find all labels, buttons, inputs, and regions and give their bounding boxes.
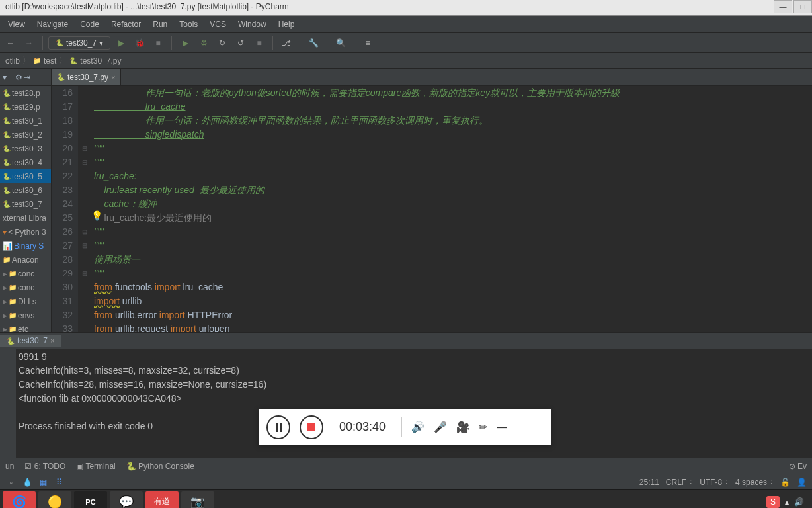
- event-log-tab[interactable]: ⊙ Ev: [789, 462, 807, 471]
- close-icon[interactable]: ×: [50, 337, 54, 345]
- structure-button[interactable]: ≡: [360, 35, 376, 51]
- taskbar-app-camera[interactable]: 📷: [181, 491, 214, 509]
- menu-run[interactable]: Run: [147, 19, 173, 30]
- pause-recording-button[interactable]: [266, 415, 290, 439]
- run-button[interactable]: ▶: [113, 35, 129, 51]
- chevron-down-icon: ▾: [99, 38, 103, 48]
- editor-tab[interactable]: 🐍 test30_7.py ×: [52, 69, 121, 85]
- close-icon[interactable]: ×: [111, 73, 115, 81]
- file-item[interactable]: 🐍test29.p: [0, 100, 51, 114]
- project-tree[interactable]: ▾ ⚙ ⇥ 🐍test28.p 🐍test29.p 🐍test30_1 🐍tes…: [0, 69, 52, 332]
- menu-refactor[interactable]: Refactor: [106, 19, 146, 30]
- processes-icon[interactable]: ▦: [37, 476, 49, 488]
- code-content[interactable]: 作用一句话：老版的python做sorted的时候，需要指定compare函数，…: [91, 86, 812, 332]
- folder-item[interactable]: ▶📁envs: [0, 308, 51, 322]
- camera-off-icon[interactable]: 🎥: [456, 421, 469, 433]
- maximize-button[interactable]: □: [793, 0, 812, 13]
- lock-icon[interactable]: 🔓: [780, 478, 790, 487]
- chevron-down-icon[interactable]: ▾: [3, 73, 7, 82]
- file-item[interactable]: 🐍test30_6: [0, 183, 51, 197]
- status-bar: ▫ 💧 ▦ ⠿ 25:11 CRLF ÷ UTF-8 ÷ 4 spaces ÷ …: [0, 474, 812, 489]
- external-libraries[interactable]: xternal Libra: [0, 211, 51, 225]
- terminal-tool-tab[interactable]: ▣ Terminal: [76, 462, 115, 471]
- python-console-tab[interactable]: 🐍 Python Console: [126, 462, 194, 471]
- stop-recording-button[interactable]: [300, 415, 323, 439]
- cursor-position[interactable]: 25:11: [639, 478, 659, 487]
- volume-icon[interactable]: 🔊: [794, 497, 804, 507]
- menu-help[interactable]: Help: [273, 19, 300, 30]
- indexing-icon[interactable]: 💧: [21, 476, 33, 488]
- menu-vcs[interactable]: VCS: [204, 19, 231, 30]
- taskbar-app-youdao[interactable]: 有道: [145, 491, 179, 509]
- file-item-selected[interactable]: 🐍test30_5: [0, 169, 51, 183]
- python-icon: 🐍: [7, 337, 15, 345]
- screen-recorder-overlay: 00:03:40 🔊 🎤 🎥 ✏ —: [259, 409, 551, 445]
- intention-bulb-icon[interactable]: 💡: [91, 210, 102, 221]
- minimize-button[interactable]: —: [774, 0, 792, 13]
- folder-item[interactable]: 📁Anacon: [0, 253, 51, 267]
- gear-icon[interactable]: ⚙: [15, 73, 22, 82]
- run-config-selector[interactable]: 🐍 test30_7 ▾: [48, 36, 110, 50]
- profile-button[interactable]: ⚙: [196, 35, 212, 51]
- taskbar-app-chrome[interactable]: 🟡: [38, 491, 71, 509]
- mic-mute-icon[interactable]: 🎤: [434, 421, 447, 433]
- breadcrumb-file[interactable]: test30_7.py: [80, 56, 121, 65]
- taskbar-app-wechat[interactable]: 💬: [110, 491, 143, 509]
- tray-up-icon[interactable]: ▴: [785, 497, 789, 507]
- taskbar-app-browser[interactable]: 🌀: [3, 491, 36, 509]
- file-item[interactable]: 🐍test30_2: [0, 128, 51, 142]
- tool-windows-icon[interactable]: ▫: [5, 476, 17, 488]
- breadcrumb-folder[interactable]: test: [44, 56, 56, 65]
- attach-button[interactable]: ↺: [233, 35, 249, 51]
- python-icon: 🐍: [69, 57, 77, 64]
- file-item[interactable]: 🐍test30_3: [0, 142, 51, 155]
- menu-tools[interactable]: Tools: [174, 19, 203, 30]
- menu-view[interactable]: VViewiew: [3, 19, 30, 30]
- ime-icon[interactable]: S: [766, 496, 780, 508]
- file-item[interactable]: 🐍test28.p: [0, 86, 51, 100]
- file-item[interactable]: 🐍test30_1: [0, 114, 51, 128]
- grid-icon[interactable]: ⠿: [53, 476, 65, 488]
- stop-button[interactable]: ■: [150, 35, 166, 51]
- code-editor[interactable]: 161718 192021 222324 252627 282930 31323…: [52, 86, 812, 332]
- run-tool-tab[interactable]: un: [5, 462, 14, 471]
- vcs-button[interactable]: ⎇: [278, 35, 294, 51]
- menu-code[interactable]: Code: [75, 19, 104, 30]
- search-button[interactable]: 🔍: [333, 35, 348, 51]
- python-sdk[interactable]: ▾< Python 3: [0, 225, 51, 239]
- folder-item[interactable]: ▶📁conc: [0, 267, 51, 280]
- binary-skeletons[interactable]: 📊 Binary S: [0, 239, 51, 253]
- editor-tabs: 🐍 test30_7.py ×: [52, 69, 812, 86]
- folder-item[interactable]: ▶📁etc: [0, 322, 51, 332]
- stop2-button[interactable]: ■: [251, 35, 267, 51]
- file-encoding[interactable]: UTF-8 ÷: [700, 478, 729, 487]
- collapse-icon[interactable]: ⇥: [24, 73, 30, 82]
- file-item[interactable]: 🐍test30_7: [0, 197, 51, 211]
- fold-gutter[interactable]: ⊟⊟ ⊟⊟ ⊟: [78, 86, 91, 332]
- indent-info[interactable]: 4 spaces ÷: [735, 478, 774, 487]
- run-tab[interactable]: 🐍 test30_7 ×: [0, 335, 61, 347]
- folder-item[interactable]: ▶📁conc: [0, 280, 51, 294]
- editor: 🐍 test30_7.py × 161718 192021 222324 252…: [52, 69, 812, 332]
- window-title: otlib [D:\workspace\testMatplotlib] - ..…: [5, 2, 289, 11]
- debug-button[interactable]: 🐞: [132, 35, 147, 51]
- todo-tool-tab[interactable]: ☑ 6: TODO: [24, 462, 65, 471]
- settings-button[interactable]: 🔧: [305, 35, 321, 51]
- folder-item[interactable]: ▶📁DLLs: [0, 294, 51, 308]
- inspection-icon[interactable]: 👤: [797, 478, 807, 487]
- forward-button[interactable]: →: [21, 35, 37, 51]
- coverage-run-button[interactable]: ▶: [177, 35, 193, 51]
- file-item[interactable]: 🐍test30_4: [0, 155, 51, 169]
- breadcrumb-root[interactable]: otlib: [5, 56, 20, 65]
- line-separator[interactable]: CRLF ÷: [666, 478, 693, 487]
- window-controls: — □: [772, 0, 812, 13]
- menu-window[interactable]: Window: [233, 19, 272, 30]
- taskbar-app-pycharm[interactable]: PC: [74, 491, 107, 509]
- menu-bar: VViewiew Navigate Code Refactor Run Tool…: [0, 16, 812, 33]
- minimize-recorder-icon[interactable]: —: [497, 421, 507, 433]
- volume-icon[interactable]: 🔊: [411, 421, 425, 433]
- menu-navigate[interactable]: Navigate: [32, 19, 73, 30]
- annotate-icon[interactable]: ✏: [479, 421, 487, 433]
- back-button[interactable]: ←: [3, 35, 19, 51]
- concurrency-button[interactable]: ↻: [214, 35, 230, 51]
